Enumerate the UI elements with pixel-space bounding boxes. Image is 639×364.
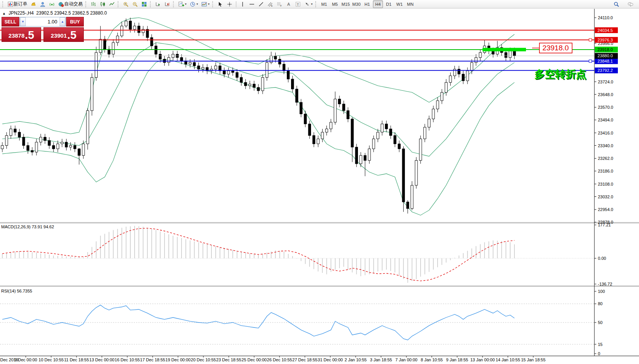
tf-h4-button[interactable]: H4 (373, 0, 383, 8)
candle-bullish (266, 63, 268, 78)
rsi-tick-label: 15 (598, 342, 602, 347)
candle-bullish (415, 160, 418, 185)
macd-tick-label: 0.00 (598, 256, 606, 261)
signal-button[interactable] (48, 0, 56, 8)
time-tick-label: 11 Dec 18:55 (64, 357, 89, 362)
bar-chart-button[interactable] (89, 0, 98, 8)
gold-button[interactable] (29, 0, 38, 8)
toolbar-grip[interactable] (315, 1, 318, 7)
tf-h1-button[interactable]: H1 (362, 0, 372, 8)
chat-icon (627, 1, 634, 7)
sell-button[interactable]: SELL (2, 17, 19, 27)
time-tick-label: 26 Dec 10:55 (267, 357, 292, 362)
candle-bullish (359, 155, 362, 164)
candle-bullish (261, 77, 264, 91)
candle-bearish (150, 38, 153, 46)
fibonacci-tool-button[interactable]: F (275, 0, 284, 8)
candle-bearish (394, 136, 396, 144)
candle-bullish (509, 51, 511, 57)
new-order-button[interactable]: 新订单 (6, 0, 28, 8)
cn-note-text[interactable]: 多空转折点 (534, 68, 586, 80)
candle-bearish (44, 137, 46, 141)
candle-bullish (334, 99, 336, 122)
axis-price-label: 23976.3 (597, 38, 613, 42)
sell-price-button[interactable]: 23878 .5 (2, 27, 41, 42)
tf-m15-button[interactable]: M15 (341, 0, 351, 8)
axis-price-label: 24034.5 (597, 28, 613, 33)
toolbar-grip[interactable] (212, 1, 215, 7)
channel-tool-button[interactable]: E (266, 0, 275, 8)
text-tool-button[interactable]: A (285, 0, 293, 8)
candle-bullish (168, 58, 170, 63)
cursor-tool-button[interactable] (216, 0, 225, 8)
hline-handle[interactable] (589, 38, 592, 41)
trendline-tool-button[interactable] (257, 0, 265, 8)
price-axis[interactable]: 24110.023956.023724.023648.023570.023494… (594, 9, 618, 356)
autotrade-button[interactable]: 自动交易 (57, 0, 84, 8)
time-tick-label: 13 Jan 00:00 (470, 357, 495, 362)
collapse-triangle-icon[interactable]: ▲ (2, 12, 6, 15)
chat-button[interactable] (626, 0, 635, 8)
toolbar-grip[interactable] (85, 1, 88, 7)
tf-m5-button[interactable]: M5 (330, 0, 340, 8)
candlestick-button[interactable] (98, 0, 107, 8)
toolbar-grip[interactable] (173, 1, 175, 7)
candle-bullish (321, 132, 323, 139)
tile-windows-button[interactable] (140, 0, 148, 8)
volume-value[interactable]: 1.00 (26, 17, 60, 26)
candle-bullish (432, 109, 434, 119)
tile-windows-icon (141, 1, 147, 7)
indicators-button[interactable]: ▾ (177, 0, 188, 8)
candle-bearish (253, 84, 255, 88)
tf-w1-button[interactable]: W1 (394, 0, 404, 8)
chart-canvas[interactable]: 23918.0多空转折点多空转折点24110.023956.023724.023… (0, 9, 639, 364)
auto-scroll-button[interactable] (154, 0, 162, 8)
hline-handle[interactable] (589, 60, 592, 63)
bar-chart-icon (90, 1, 97, 7)
gold-ingot-icon (30, 1, 37, 7)
toolbar-grip[interactable] (118, 1, 120, 7)
toolbar-grip[interactable] (150, 1, 152, 7)
candle-bearish (14, 129, 16, 132)
zoom-out-button[interactable] (131, 0, 139, 8)
tf-d1-button[interactable]: D1 (384, 0, 394, 8)
buy-price-button[interactable]: 23901 .5 (43, 27, 84, 42)
tf-m1-button[interactable]: M1 (319, 0, 329, 8)
search-button[interactable] (612, 0, 621, 8)
periods-button[interactable]: ▾ (188, 0, 199, 8)
profile-button[interactable] (38, 0, 47, 8)
time-tick-label: 10 Dec 10:55 (38, 357, 63, 362)
vline-tool-button[interactable] (238, 0, 247, 8)
time-tick-label: 13 Dec 00:00 (89, 357, 114, 362)
chart-shift-button[interactable] (163, 0, 171, 8)
candle-bullish (133, 26, 136, 30)
hline-tool-button[interactable] (248, 0, 256, 8)
candle-bullish (419, 139, 422, 160)
sell-price-frac: .5 (25, 29, 34, 41)
bollinger-lower-band (2, 59, 514, 215)
line-chart-button[interactable] (108, 0, 116, 8)
candle-bearish (52, 146, 55, 149)
price-tick-label: 23416.0 (598, 131, 613, 135)
buy-button[interactable]: BUY (66, 17, 84, 27)
zoom-in-button[interactable] (121, 0, 130, 8)
candle-bearish (197, 66, 200, 69)
time-axis[interactable]: Dec 20199 Dec 00:0010 Dec 10:5511 Dec 18… (0, 356, 639, 362)
candle-bearish (278, 59, 281, 64)
templates-button[interactable]: ▾ (200, 0, 211, 8)
candle-bearish (458, 69, 460, 74)
toolbar-grip[interactable] (2, 1, 5, 7)
tf-mn-button[interactable]: MN (405, 0, 415, 8)
macd-tick-label: -136.72 (598, 282, 612, 286)
candle-bullish (95, 53, 97, 78)
candle-bearish (398, 144, 400, 149)
annotations[interactable]: 23918.0多空转折点多空转折点 (483, 43, 587, 81)
tf-m30-button[interactable]: M30 (351, 0, 361, 8)
arrows-tool-button[interactable]: ▾ (303, 0, 314, 8)
volume-decrease-button[interactable]: ▼ (20, 17, 26, 26)
crosshair-tool-button[interactable] (225, 0, 234, 8)
label-tool-button[interactable]: T (294, 0, 302, 8)
candle-bullish (61, 142, 63, 144)
volume-increase-button[interactable]: ▲ (60, 17, 65, 26)
axis-price-label: 23880.0 (597, 53, 613, 58)
